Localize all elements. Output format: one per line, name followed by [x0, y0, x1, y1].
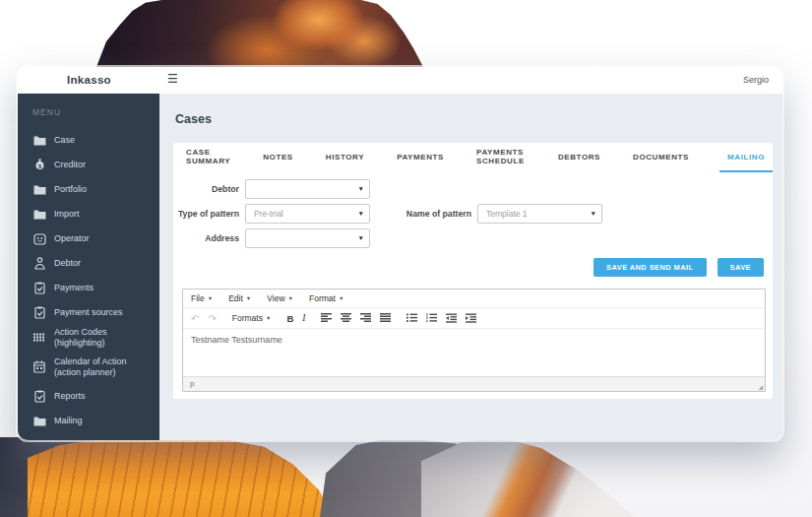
- action-buttons: SAVE AND SEND MAIL SAVE: [593, 258, 764, 277]
- sidebar-menu-heading: MENU: [18, 94, 159, 128]
- indent-icon[interactable]: [466, 313, 476, 323]
- sidebar-item-calendar-of-action[interactable]: Calendar of Action(action planner): [18, 350, 159, 384]
- sidebar-item-debtor[interactable]: Debtor: [18, 251, 159, 276]
- align-right-icon[interactable]: [360, 313, 371, 323]
- address-select[interactable]: ▼: [245, 228, 370, 248]
- sidebar-item-reports[interactable]: Reports: [18, 384, 159, 409]
- sidebar-item-portfolio[interactable]: Portfolio: [18, 177, 159, 202]
- tab-payments-schedule[interactable]: PAYMENTS SCHEDULE: [474, 143, 528, 172]
- wallpaper-orange-cliff: [28, 437, 347, 517]
- formats-dropdown[interactable]: Formats▼: [232, 313, 272, 323]
- chevron-down-icon: ▼: [288, 295, 293, 301]
- sidebar-item-label: Payments: [54, 283, 94, 293]
- sidebar-item-import[interactable]: Import: [18, 202, 159, 226]
- sidebar-item-label: Action Codes (highlighting): [54, 327, 159, 348]
- name-of-pattern-label: Name of pattern: [394, 204, 471, 224]
- sidebar-item-payment-sources[interactable]: Payment sources: [18, 300, 159, 325]
- align-justify-icon[interactable]: [380, 313, 391, 323]
- calendar-icon: [32, 360, 46, 373]
- app-brand: Inkasso: [67, 74, 111, 86]
- save-and-send-mail-button[interactable]: SAVE AND SEND MAIL: [593, 258, 706, 277]
- tab-documents[interactable]: DOCUMENTS: [631, 143, 691, 172]
- clipboard-icon: [32, 390, 46, 403]
- chevron-down-icon: ▼: [339, 295, 344, 301]
- wallpaper-top-mountain: [96, 0, 423, 67]
- sidebar-menu: Case$CreditorPortfolioImportOperatorDebt…: [18, 128, 159, 433]
- type-of-pattern-select[interactable]: Pre-trial▼: [245, 204, 370, 224]
- save-button[interactable]: SAVE: [718, 258, 764, 277]
- debtor-select[interactable]: ▼: [245, 179, 370, 199]
- folder-icon: [32, 415, 46, 427]
- element-path: p: [190, 379, 194, 388]
- type-of-pattern-label: Type of pattern: [173, 204, 239, 224]
- redo-icon[interactable]: ↷: [208, 313, 216, 324]
- outdent-icon[interactable]: [446, 313, 457, 323]
- editor-menubar: File▼Edit▼View▼Format▼: [183, 290, 765, 308]
- sidebar-item-label: Calendar of Action(action planner): [54, 356, 127, 377]
- tab-history[interactable]: HISTORY: [324, 143, 366, 172]
- app-window: Inkasso ☰ Sergio MENU Case$CreditorPortf…: [18, 67, 782, 440]
- sidebar-item-action-codes-highlighting[interactable]: Action Codes (highlighting): [18, 325, 159, 350]
- chevron-down-icon: ▼: [266, 315, 271, 321]
- bold-icon[interactable]: B: [286, 313, 293, 324]
- sidebar-item-payments[interactable]: Payments: [18, 276, 159, 300]
- align-left-icon[interactable]: [321, 313, 332, 323]
- money-bag-icon: $: [32, 159, 46, 171]
- sidebar-item-operator[interactable]: Operator: [18, 226, 159, 251]
- undo-icon[interactable]: ↶: [191, 313, 199, 324]
- editor-content[interactable]: Testname Testsurname: [183, 329, 765, 376]
- chevron-down-icon: ▼: [591, 205, 596, 223]
- align-center-icon[interactable]: [341, 313, 351, 323]
- clipboard-icon: [32, 282, 46, 294]
- editor-toolbar: ↶↷Formats▼BI: [183, 308, 765, 329]
- chevron-down-icon: ▼: [358, 229, 364, 247]
- page-title: Cases: [175, 112, 212, 126]
- grid-icon: [32, 331, 46, 344]
- tab-debtors[interactable]: DEBTORS: [556, 143, 602, 172]
- debtor-label: Debtor: [173, 179, 239, 199]
- user-menu[interactable]: Sergio: [743, 75, 769, 85]
- sidebar-item-creditor[interactable]: $Creditor: [18, 153, 159, 177]
- topbar: Inkasso ☰ Sergio: [18, 67, 782, 94]
- editor-menu-edit[interactable]: Edit▼: [228, 293, 251, 303]
- sidebar-item-label: Payment sources: [54, 307, 123, 318]
- sidebar-item-label: Operator: [54, 233, 90, 244]
- tab-payments[interactable]: PAYMENTS: [395, 143, 446, 172]
- rich-text-editor: File▼Edit▼View▼Format▼ ↶↷Formats▼BI Test…: [182, 289, 766, 392]
- bullet-list-icon[interactable]: [406, 313, 417, 323]
- clipboard-icon: [32, 306, 46, 319]
- sidebar: MENU Case$CreditorPortfolioImportOperato…: [18, 94, 159, 440]
- person-icon: [32, 257, 46, 270]
- sidebar-item-label: Portfolio: [54, 184, 87, 195]
- resize-grip-icon[interactable]: ◢: [758, 383, 763, 390]
- sidebar-item-label: Mailing: [54, 416, 83, 426]
- cases-panel: CASE SUMMARYNOTESHISTORYPAYMENTSPAYMENTS…: [173, 143, 773, 399]
- italic-icon[interactable]: I: [302, 313, 305, 323]
- tab-case-summary[interactable]: CASE SUMMARY: [184, 143, 232, 172]
- sidebar-item-case[interactable]: Case: [18, 128, 159, 153]
- main-content: Cases CASE SUMMARYNOTESHISTORYPAYMENTSPA…: [159, 94, 782, 440]
- chevron-down-icon: ▼: [358, 205, 364, 223]
- sidebar-item-label: Case: [54, 135, 75, 146]
- chevron-down-icon: ▼: [358, 180, 364, 198]
- folder-icon: [32, 208, 46, 221]
- editor-menu-view[interactable]: View▼: [267, 293, 293, 303]
- sidebar-item-mailing[interactable]: Mailing: [18, 409, 159, 433]
- address-label: Address: [173, 228, 239, 248]
- folder-icon: [32, 183, 46, 196]
- sidebar-item-label: Debtor: [54, 258, 81, 269]
- svg-text:$: $: [37, 163, 40, 169]
- wallpaper-orange-crest: [421, 437, 653, 517]
- chevron-down-icon: ▼: [246, 295, 251, 301]
- wallpaper-bottom-mountains: [0, 437, 812, 517]
- name-of-pattern-select[interactable]: Template 1▼: [477, 204, 602, 224]
- sidebar-item-label: Reports: [54, 391, 86, 402]
- numbered-list-icon[interactable]: [426, 313, 437, 323]
- editor-statusbar: p ◢: [183, 376, 765, 391]
- editor-menu-format[interactable]: Format▼: [309, 293, 344, 303]
- tab-notes[interactable]: NOTES: [261, 143, 295, 172]
- sidebar-item-label: Import: [54, 209, 80, 220]
- hamburger-icon[interactable]: ☰: [167, 72, 178, 86]
- editor-menu-file[interactable]: File▼: [191, 293, 213, 303]
- tab-mailing[interactable]: MAILING: [719, 143, 773, 172]
